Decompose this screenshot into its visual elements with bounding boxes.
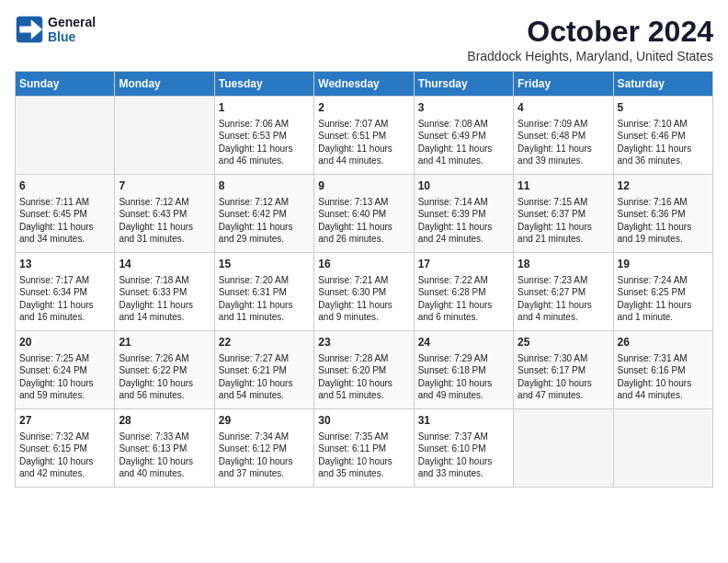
logo-text: General Blue [48,15,96,44]
calendar-cell: 5Sunrise: 7:10 AM Sunset: 6:46 PM Daylig… [613,97,712,175]
cell-content: Sunrise: 7:09 AM Sunset: 6:48 PM Dayligh… [518,118,609,167]
calendar-cell: 16Sunrise: 7:21 AM Sunset: 6:30 PM Dayli… [314,253,414,331]
day-number: 3 [418,100,509,116]
column-header-tuesday: Tuesday [214,72,313,97]
header-row: SundayMondayTuesdayWednesdayThursdayFrid… [16,72,713,97]
week-row-1: 1Sunrise: 7:06 AM Sunset: 6:53 PM Daylig… [16,97,713,175]
cell-content: Sunrise: 7:16 AM Sunset: 6:36 PM Dayligh… [618,196,709,246]
cell-content: Sunrise: 7:34 AM Sunset: 6:12 PM Dayligh… [219,431,310,480]
calendar-cell: 24Sunrise: 7:29 AM Sunset: 6:18 PM Dayli… [414,331,513,409]
calendar-cell [115,97,214,175]
cell-content: Sunrise: 7:26 AM Sunset: 6:22 PM Dayligh… [119,352,210,402]
cell-content: Sunrise: 7:28 AM Sunset: 6:20 PM Dayligh… [318,352,409,402]
week-row-4: 20Sunrise: 7:25 AM Sunset: 6:24 PM Dayli… [16,331,713,409]
day-number: 11 [518,178,609,194]
cell-content: Sunrise: 7:20 AM Sunset: 6:31 PM Dayligh… [219,274,310,324]
cell-content: Sunrise: 7:17 AM Sunset: 6:34 PM Dayligh… [19,274,110,324]
day-number: 30 [318,413,409,429]
cell-content: Sunrise: 7:25 AM Sunset: 6:24 PM Dayligh… [19,352,110,402]
calendar-table: SundayMondayTuesdayWednesdayThursdayFrid… [15,71,713,488]
cell-content: Sunrise: 7:14 AM Sunset: 6:39 PM Dayligh… [418,196,509,246]
day-number: 28 [119,413,210,429]
day-number: 19 [618,257,709,272]
week-row-3: 13Sunrise: 7:17 AM Sunset: 6:34 PM Dayli… [16,253,713,331]
day-number: 4 [518,100,609,116]
day-number: 14 [119,257,210,272]
calendar-cell [613,409,712,488]
calendar-cell: 13Sunrise: 7:17 AM Sunset: 6:34 PM Dayli… [16,253,115,331]
calendar-cell: 10Sunrise: 7:14 AM Sunset: 6:39 PM Dayli… [414,175,513,253]
calendar-cell: 7Sunrise: 7:12 AM Sunset: 6:43 PM Daylig… [115,175,214,253]
calendar-cell: 12Sunrise: 7:16 AM Sunset: 6:36 PM Dayli… [613,175,712,253]
cell-content: Sunrise: 7:23 AM Sunset: 6:27 PM Dayligh… [518,274,609,324]
calendar-cell: 3Sunrise: 7:08 AM Sunset: 6:49 PM Daylig… [414,97,513,175]
calendar-cell: 23Sunrise: 7:28 AM Sunset: 6:20 PM Dayli… [314,331,414,409]
day-number: 1 [219,100,310,116]
cell-content: Sunrise: 7:18 AM Sunset: 6:33 PM Dayligh… [119,274,210,324]
cell-content: Sunrise: 7:11 AM Sunset: 6:45 PM Dayligh… [19,196,110,246]
cell-content: Sunrise: 7:10 AM Sunset: 6:46 PM Dayligh… [618,118,709,167]
calendar-cell: 30Sunrise: 7:35 AM Sunset: 6:11 PM Dayli… [314,409,414,488]
day-number: 17 [418,257,509,272]
day-number: 8 [219,178,310,194]
day-number: 27 [19,413,110,429]
cell-content: Sunrise: 7:07 AM Sunset: 6:51 PM Dayligh… [318,118,409,167]
cell-content: Sunrise: 7:27 AM Sunset: 6:21 PM Dayligh… [219,352,310,402]
calendar-cell: 4Sunrise: 7:09 AM Sunset: 6:48 PM Daylig… [514,97,613,175]
cell-content: Sunrise: 7:12 AM Sunset: 6:42 PM Dayligh… [219,196,310,246]
day-number: 16 [318,257,409,272]
calendar-cell: 21Sunrise: 7:26 AM Sunset: 6:22 PM Dayli… [115,331,214,409]
day-number: 20 [19,335,110,350]
location-title: Braddock Heights, Maryland, United State… [467,49,713,63]
calendar-cell: 2Sunrise: 7:07 AM Sunset: 6:51 PM Daylig… [314,97,414,175]
cell-content: Sunrise: 7:37 AM Sunset: 6:10 PM Dayligh… [418,431,509,480]
day-number: 22 [219,335,310,350]
calendar-cell: 27Sunrise: 7:32 AM Sunset: 6:15 PM Dayli… [16,409,115,488]
calendar-cell: 25Sunrise: 7:30 AM Sunset: 6:17 PM Dayli… [514,331,613,409]
month-title: October 2024 [467,15,713,49]
day-number: 10 [418,178,509,194]
logo: General Blue [15,15,96,44]
calendar-cell [16,97,115,175]
day-number: 31 [418,413,509,429]
column-header-monday: Monday [115,72,214,97]
day-number: 7 [119,178,210,194]
cell-content: Sunrise: 7:35 AM Sunset: 6:11 PM Dayligh… [318,431,409,480]
day-number: 26 [618,335,709,350]
day-number: 25 [518,335,609,350]
calendar-cell: 28Sunrise: 7:33 AM Sunset: 6:13 PM Dayli… [115,409,214,488]
calendar-cell: 29Sunrise: 7:34 AM Sunset: 6:12 PM Dayli… [214,409,313,488]
day-number: 13 [19,257,110,272]
calendar-cell: 26Sunrise: 7:31 AM Sunset: 6:16 PM Dayli… [613,331,712,409]
cell-content: Sunrise: 7:31 AM Sunset: 6:16 PM Dayligh… [618,352,709,402]
calendar-cell: 14Sunrise: 7:18 AM Sunset: 6:33 PM Dayli… [115,253,214,331]
cell-content: Sunrise: 7:32 AM Sunset: 6:15 PM Dayligh… [19,431,110,480]
day-number: 21 [119,335,210,350]
day-number: 5 [618,100,709,116]
calendar-cell: 1Sunrise: 7:06 AM Sunset: 6:53 PM Daylig… [214,97,313,175]
page-header: General Blue October 2024 Braddock Heigh… [15,15,713,63]
day-number: 15 [219,257,310,272]
calendar-cell: 8Sunrise: 7:12 AM Sunset: 6:42 PM Daylig… [214,175,313,253]
week-row-2: 6Sunrise: 7:11 AM Sunset: 6:45 PM Daylig… [16,175,713,253]
cell-content: Sunrise: 7:33 AM Sunset: 6:13 PM Dayligh… [119,431,210,480]
cell-content: Sunrise: 7:24 AM Sunset: 6:25 PM Dayligh… [618,274,709,324]
column-header-wednesday: Wednesday [314,72,414,97]
calendar-cell: 22Sunrise: 7:27 AM Sunset: 6:21 PM Dayli… [214,331,313,409]
day-number: 18 [518,257,609,272]
column-header-thursday: Thursday [414,72,513,97]
cell-content: Sunrise: 7:06 AM Sunset: 6:53 PM Dayligh… [219,118,310,167]
calendar-cell [514,409,613,488]
column-header-friday: Friday [514,72,613,97]
calendar-cell: 19Sunrise: 7:24 AM Sunset: 6:25 PM Dayli… [613,253,712,331]
day-number: 29 [219,413,310,429]
cell-content: Sunrise: 7:12 AM Sunset: 6:43 PM Dayligh… [119,196,210,246]
week-row-5: 27Sunrise: 7:32 AM Sunset: 6:15 PM Dayli… [16,409,713,488]
day-number: 24 [418,335,509,350]
calendar-cell: 6Sunrise: 7:11 AM Sunset: 6:45 PM Daylig… [16,175,115,253]
calendar-cell: 9Sunrise: 7:13 AM Sunset: 6:40 PM Daylig… [314,175,414,253]
day-number: 2 [318,100,409,116]
cell-content: Sunrise: 7:30 AM Sunset: 6:17 PM Dayligh… [518,352,609,402]
cell-content: Sunrise: 7:13 AM Sunset: 6:40 PM Dayligh… [318,196,409,246]
calendar-cell: 11Sunrise: 7:15 AM Sunset: 6:37 PM Dayli… [514,175,613,253]
